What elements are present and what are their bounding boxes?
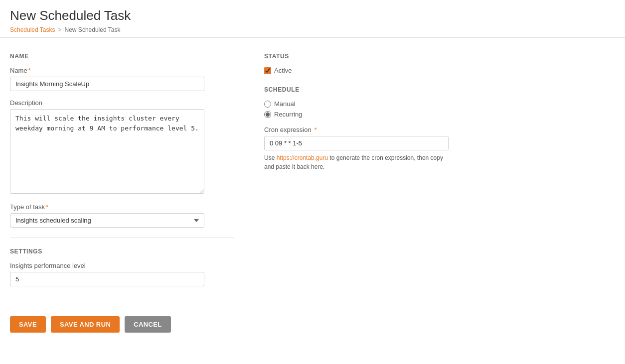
name-group: Name*	[10, 67, 234, 91]
perf-input[interactable]	[10, 272, 204, 286]
active-checkbox-label[interactable]: Active	[264, 67, 483, 74]
perf-group: Insights performance level	[10, 262, 234, 286]
name-section-title: NAME	[10, 53, 234, 60]
cron-label-wrapper: Cron expression *	[264, 126, 483, 133]
cron-input[interactable]	[264, 136, 449, 150]
description-group: Description This will scale the insights…	[10, 99, 234, 195]
schedule-section-title: SCHEDULE	[264, 86, 483, 93]
page-header: New Scheduled Task Scheduled Tasks > New…	[0, 0, 625, 38]
type-select-wrapper: Insights scheduled scaling Other	[10, 213, 204, 228]
schedule-section: SCHEDULE Manual Recurring Cron expressio…	[264, 86, 483, 171]
recurring-radio[interactable]	[264, 111, 271, 118]
button-row: SAVE SAVE AND RUN CANCEL	[0, 316, 625, 343]
schedule-radio-group: Manual Recurring	[264, 100, 483, 118]
description-label: Description	[10, 99, 234, 107]
status-section-title: STATUS	[264, 53, 483, 60]
type-group: Type of task* Insights scheduled scaling…	[10, 203, 234, 228]
manual-radio[interactable]	[264, 101, 271, 108]
name-input[interactable]	[10, 77, 204, 91]
active-checkbox[interactable]	[264, 67, 271, 74]
cron-label-text: Cron expression	[264, 126, 312, 133]
settings-section: SETTINGS Insights performance level	[10, 238, 234, 286]
manual-label: Manual	[274, 100, 296, 108]
perf-label: Insights performance level	[10, 262, 234, 269]
description-textarea[interactable]: This will scale the insights cluster eve…	[10, 109, 204, 194]
cron-help-prefix: Use	[264, 154, 277, 161]
save-and-run-button[interactable]: SAVE AND RUN	[51, 316, 120, 333]
page-title: New Scheduled Task	[10, 8, 615, 23]
recurring-radio-label[interactable]: Recurring	[264, 111, 483, 118]
name-required-star: *	[28, 67, 31, 74]
cron-group: Cron expression * Use https://crontab.gu…	[264, 126, 483, 171]
save-button[interactable]: SAVE	[10, 316, 46, 333]
name-label: Name*	[10, 67, 234, 74]
form-container: NAME Name* Description This will scale t…	[0, 38, 625, 304]
status-section: STATUS Active	[264, 53, 483, 74]
settings-divider	[10, 238, 234, 238]
breadcrumb-separator: >	[58, 26, 62, 33]
cron-required-star: *	[314, 126, 317, 133]
breadcrumb: Scheduled Tasks > New Scheduled Task	[10, 26, 615, 33]
cancel-button[interactable]: CANCEL	[125, 316, 171, 333]
type-label: Type of task*	[10, 203, 234, 211]
breadcrumb-parent-link[interactable]: Scheduled Tasks	[10, 26, 55, 33]
crontab-guru-link[interactable]: https://crontab.guru	[277, 154, 328, 161]
settings-section-title: SETTINGS	[10, 248, 234, 255]
cron-help: Use https://crontab.guru to generate the…	[264, 153, 449, 171]
recurring-label: Recurring	[274, 111, 302, 118]
type-select[interactable]: Insights scheduled scaling Other	[10, 213, 204, 228]
manual-radio-label[interactable]: Manual	[264, 100, 483, 108]
form-left: NAME Name* Description This will scale t…	[10, 53, 234, 294]
type-required-star: *	[46, 203, 48, 211]
active-label: Active	[274, 67, 292, 74]
form-right: STATUS Active SCHEDULE Manual Recurring	[234, 53, 483, 294]
breadcrumb-current: New Scheduled Task	[65, 26, 121, 33]
